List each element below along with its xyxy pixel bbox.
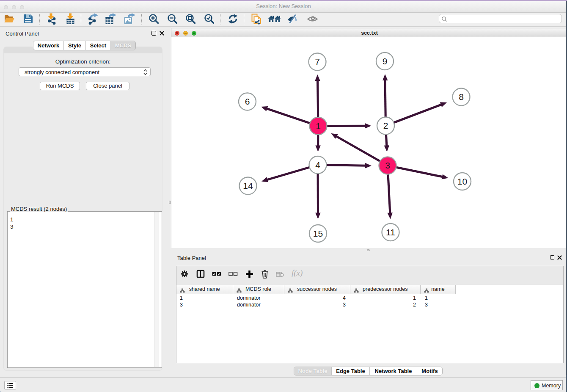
svg-text:1: 1 [316, 121, 321, 131]
svg-text:4: 4 [315, 160, 320, 170]
svg-text:11: 11 [386, 227, 395, 237]
svg-text:7: 7 [315, 57, 320, 66]
svg-text:14: 14 [243, 181, 253, 190]
svg-text:8: 8 [459, 92, 464, 102]
svg-text:3: 3 [385, 160, 390, 170]
svg-text:10: 10 [457, 177, 467, 186]
svg-text:15: 15 [313, 229, 323, 238]
svg-text:9: 9 [383, 56, 388, 66]
svg-text:6: 6 [245, 97, 250, 106]
svg-text:2: 2 [383, 121, 388, 130]
